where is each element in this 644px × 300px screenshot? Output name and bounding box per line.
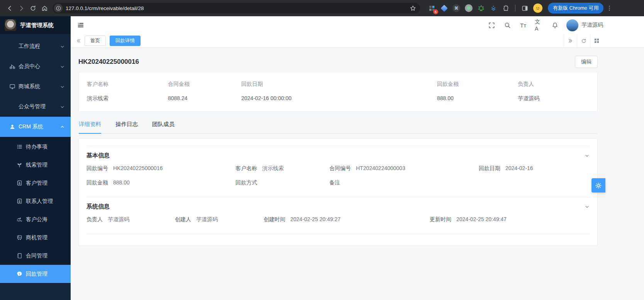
- site-info-icon[interactable]: [54, 4, 63, 12]
- notification-bell-icon[interactable]: [551, 21, 559, 29]
- tags-scroll-left-icon[interactable]: [72, 34, 85, 48]
- chevron-up-icon: [60, 125, 64, 129]
- browser-home-button[interactable]: [39, 2, 50, 14]
- user-menu[interactable]: 芋道源码: [566, 19, 603, 31]
- tags-toolbar: [564, 34, 603, 48]
- browser-back-button[interactable]: [4, 2, 15, 14]
- search-icon[interactable]: [503, 21, 512, 29]
- collapse-sidebar-icon[interactable]: [76, 20, 86, 30]
- toolbar-divider: [515, 5, 515, 12]
- sidebar-item-clue[interactable]: 线索管理: [0, 156, 71, 174]
- summary-label: 回款日期: [241, 81, 437, 88]
- chevron-down-icon: [60, 44, 64, 49]
- bus-icon: [17, 235, 22, 240]
- chevron-down-icon: [60, 65, 64, 69]
- extension-layers-icon[interactable]: [488, 3, 498, 13]
- tag-home[interactable]: 首页: [85, 36, 106, 46]
- chevron-down-icon: [585, 204, 590, 209]
- summary-value: 演示线索: [87, 95, 168, 102]
- extension-badge: 6: [433, 9, 438, 14]
- todo-list-icon: [17, 144, 22, 150]
- chevron-down-icon: [60, 105, 64, 109]
- page-title: HK20240225000016: [78, 58, 139, 66]
- tags-scroll-right-icon[interactable]: [564, 34, 577, 48]
- layout-grid-icon[interactable]: [590, 34, 603, 48]
- sidebar-item-mall-system[interactable]: 商城系统: [0, 77, 71, 97]
- water-icon: [17, 216, 22, 222]
- address-book-icon: [17, 180, 22, 186]
- summary-label: 合同金额: [168, 81, 241, 88]
- url-text[interactable]: 127.0.0.1/crm/receivable/detail/28: [66, 5, 410, 11]
- system-info-section: 系统信息 负责人芋道源码 创建人芋道源码 创建时间2024-: [86, 197, 590, 234]
- browser-forward-button[interactable]: [15, 2, 27, 14]
- sidebar-item-receivable[interactable]: 回款管理: [0, 265, 71, 283]
- tag-receivable-detail[interactable]: 回款详情: [110, 36, 141, 46]
- gear-icon: [595, 182, 602, 189]
- basic-info-fields: 回款编号HK20240225000016 客户名称演示线索 合同编号HT2024…: [86, 164, 590, 197]
- summary-label: 客户名称: [87, 81, 168, 88]
- crm-submenu: 待办事项 线索管理 客户管理 联系人管理: [0, 137, 71, 284]
- monitor-icon: [9, 84, 15, 90]
- chevron-down-icon: [585, 153, 590, 158]
- sidebar-item-customer[interactable]: 客户管理: [0, 174, 71, 192]
- app-logo-row[interactable]: 芋道管理系统: [0, 16, 71, 34]
- sidebar-item-mp-management[interactable]: 公众号管理: [0, 97, 71, 117]
- refresh-page-icon[interactable]: [577, 34, 590, 48]
- tab-detail-info[interactable]: 详细资料: [79, 116, 101, 134]
- browser-profile-avatar[interactable]: [533, 3, 542, 13]
- summary-value: 8088.24: [168, 95, 241, 101]
- extension-vue-devtools-icon[interactable]: [476, 3, 486, 13]
- basic-info-section: 基本信息 回款编号HK20240225000016 客户名称演示线索: [86, 146, 590, 197]
- sidebar-item-contract[interactable]: 合同管理: [0, 247, 71, 265]
- field-contract-no: 合同编号HT20240224000003: [329, 165, 479, 172]
- sidebar-item-contact[interactable]: 联系人管理: [0, 192, 71, 210]
- sidebar-item-workflow[interactable]: 工作流程: [0, 36, 71, 56]
- browser-reload-button[interactable]: [27, 2, 39, 14]
- edit-button[interactable]: 编辑: [575, 56, 598, 68]
- user-icon: [9, 124, 15, 130]
- field-owner: 负责人芋道源码: [86, 216, 175, 223]
- side-panel-icon[interactable]: [520, 3, 530, 13]
- field-creator: 创建人芋道源码: [175, 216, 264, 223]
- contract-icon: [17, 253, 22, 259]
- tab-team-members[interactable]: 团队成员: [152, 116, 175, 134]
- sidebar-item-public-pool[interactable]: 客户公海: [0, 210, 71, 228]
- detail-card: 基本信息 回款编号HK20240225000016 客户名称演示线索: [78, 138, 598, 246]
- theme-settings-button[interactable]: [591, 178, 605, 193]
- field-create-time: 创建时间2024-02-25 20:49:27: [264, 216, 430, 223]
- extension-command-icon[interactable]: ⌘: [451, 3, 461, 13]
- sidebar-item-member-center[interactable]: 会员中心: [0, 56, 71, 77]
- app-title: 芋道管理系统: [20, 22, 54, 29]
- section-title: 系统信息: [86, 203, 110, 210]
- system-info-header[interactable]: 系统信息: [86, 197, 590, 215]
- font-size-icon[interactable]: Tт: [519, 21, 527, 29]
- address-bar[interactable]: 127.0.0.1/crm/receivable/detail/28: [53, 3, 420, 14]
- system-info-fields: 负责人芋道源码 创建人芋道源码 创建时间2024-02-25 20:49:27 …: [86, 215, 590, 234]
- header-actions: Tт 文A 芋道源码: [487, 19, 603, 31]
- app-header: Tт 文A 芋道源码: [71, 16, 644, 34]
- main-area: Tт 文A 芋道源码 首页 回款详情: [71, 16, 644, 300]
- chrome-update-button[interactable]: 有新版 Chrome 可用: [548, 3, 603, 14]
- browser-menu-icon[interactable]: ⋮: [606, 5, 613, 12]
- sidebar-item-business[interactable]: 商机管理: [0, 228, 71, 247]
- field-receivable-no: 回款编号HK20240225000016: [86, 165, 236, 172]
- tab-operation-log[interactable]: 操作日志: [115, 116, 138, 134]
- bicycle-icon: [9, 63, 15, 70]
- summary-value: 888.00: [437, 95, 518, 101]
- bookmark-star-icon[interactable]: [410, 5, 416, 12]
- section-title: 基本信息: [86, 152, 110, 159]
- extension-record-icon[interactable]: [464, 3, 474, 13]
- field-remark: 备注: [329, 179, 479, 186]
- fullscreen-icon[interactable]: [487, 21, 496, 29]
- sidebar-item-crm-system[interactable]: CRM 系统: [0, 117, 71, 137]
- sidebar: 芋道管理系统 工作流程 会员中心 商城系统: [0, 16, 71, 300]
- summary-value: 2024-02-16 00:00:00: [241, 95, 437, 101]
- user-avatar: [566, 19, 578, 31]
- extensions-puzzle-icon[interactable]: [501, 3, 511, 13]
- extension-diamond-icon[interactable]: [439, 3, 449, 13]
- page-content: HK20240225000016 编辑 客户名称 演示线索 合同金额 8088.…: [71, 48, 644, 246]
- sidebar-item-todo[interactable]: 待办事项: [0, 138, 71, 156]
- basic-info-header[interactable]: 基本信息: [86, 146, 590, 164]
- locale-icon[interactable]: 文A: [535, 21, 543, 29]
- extension-grid-icon[interactable]: 6: [427, 3, 437, 13]
